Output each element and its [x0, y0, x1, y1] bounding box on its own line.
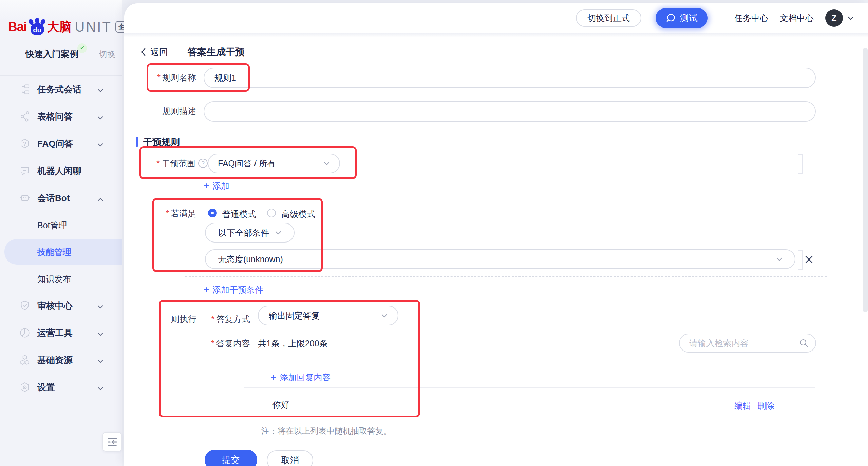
sidebar-item-knowledge-publish[interactable]: 知识发布 — [0, 265, 122, 292]
back-link[interactable]: 返回 — [141, 46, 168, 58]
chevron-down-icon — [381, 314, 388, 318]
advanced-mode-label[interactable]: 高级模式 — [281, 209, 315, 220]
sidebar-item-dialog-bot[interactable]: 会话Bot — [0, 184, 122, 212]
rule-name-label: * 规则名称 — [145, 68, 196, 87]
app-root: Bai du 大脑 UNIT 企业版 快速入门案例 切换 — [0, 0, 868, 466]
account-chevron-down-icon[interactable] — [848, 16, 854, 20]
sidebar-item-label: FAQ问答 — [37, 138, 73, 150]
add-condition-link[interactable]: + 添加干预条件 — [204, 284, 263, 295]
breadcrumb: 返回 答案生成干预 — [141, 45, 245, 59]
svg-text:?: ? — [23, 141, 26, 147]
collapse-sidebar-button[interactable] — [102, 432, 122, 452]
reply-count-text: 共1条，上限200条 — [258, 334, 328, 353]
combine-mode-select[interactable]: 以下全部条件 — [205, 223, 295, 243]
reply-table-divider — [244, 361, 815, 361]
sidebar-item-skill-management[interactable]: 技能管理 — [0, 238, 122, 265]
sidebar-item-operation-tools[interactable]: 运营工具 — [0, 319, 122, 346]
logo-brain-text: 大脑 — [47, 19, 72, 35]
agent-switch-link[interactable]: 切换 — [99, 49, 115, 60]
reply-search-input[interactable] — [679, 334, 816, 353]
cancel-button[interactable]: 取消 — [267, 450, 313, 466]
required-mark: * — [211, 314, 214, 324]
share-nodes-icon — [19, 111, 31, 122]
condition-value-select[interactable]: 无态度(unknown) — [205, 249, 795, 269]
reply-table-divider — [244, 387, 815, 388]
reply-mode-select[interactable]: 输出固定答复 — [258, 306, 398, 325]
chevron-down-icon — [324, 162, 330, 165]
sidebar-item-task-dialog[interactable]: 任务式会话 — [0, 76, 122, 103]
plus-icon: + — [271, 373, 276, 382]
chevron-down-icon — [98, 88, 103, 94]
plus-icon: + — [204, 285, 209, 294]
test-button[interactable]: 测试 — [656, 8, 708, 28]
scope-label: * 干预范围 ? — [138, 154, 208, 173]
chevron-down-icon — [98, 115, 103, 121]
main-panel: 切换到正式 测试 任务中心 文档中心 Z — [124, 3, 868, 466]
required-mark: * — [157, 73, 161, 83]
sidebar-item-basic-resources[interactable]: 基础资源 — [0, 346, 122, 374]
sidebar-item-chitchat[interactable]: 机器人闲聊 — [0, 157, 122, 184]
back-chevron-icon — [141, 48, 146, 56]
chevron-down-icon — [98, 386, 103, 392]
sidebar-item-label: 表格问答 — [37, 111, 73, 123]
chevron-down-icon — [776, 257, 782, 261]
sidebar-item-label: 知识发布 — [37, 273, 71, 284]
sidebar-item-label: 会话Bot — [37, 192, 70, 204]
condition-row-bracket — [798, 250, 803, 270]
sidebar-item-bot-management[interactable]: Bot管理 — [0, 212, 122, 238]
sidebar-item-table-qa[interactable]: 表格问答 — [0, 103, 122, 130]
chevron-down-icon — [275, 231, 281, 235]
baidu-unit-logo[interactable]: Bai du 大脑 UNIT 企业版 — [8, 18, 141, 36]
sidebar: Bai du 大脑 UNIT 企业版 快速入门案例 切换 — [0, 0, 122, 466]
baidu-paw-icon: du — [28, 18, 46, 36]
pie-chart-icon — [19, 327, 31, 339]
required-mark: * — [211, 339, 214, 348]
advanced-mode-radio[interactable] — [267, 209, 276, 217]
sidebar-item-label: 基础资源 — [37, 354, 73, 366]
logo-bai-text: Bai — [8, 20, 27, 34]
chat-bubble-icon — [19, 165, 31, 177]
task-center-link[interactable]: 任务中心 — [734, 13, 768, 24]
reply-mode-value: 输出固定答复 — [269, 310, 320, 321]
sidebar-item-label: 技能管理 — [37, 246, 71, 257]
normal-mode-radio[interactable] — [208, 209, 217, 217]
import-arrow-icon — [77, 43, 87, 53]
delete-reply-link[interactable]: 删除 — [757, 400, 774, 411]
rule-desc-input[interactable] — [204, 101, 816, 122]
agent-row: 快速入门案例 切换 — [0, 43, 122, 64]
help-circle-icon[interactable]: ? — [198, 159, 208, 168]
normal-mode-label[interactable]: 普通模式 — [222, 209, 256, 220]
plus-icon: + — [204, 181, 209, 191]
doc-center-link[interactable]: 文档中心 — [780, 13, 814, 24]
agent-name: 快速入门案例 — [25, 48, 78, 60]
top-header: 切换到正式 测试 任务中心 文档中心 Z — [124, 3, 868, 33]
reply-note: 注：将在以上列表中随机抽取答复。 — [261, 426, 392, 436]
sidebar-item-settings[interactable]: 设置 — [0, 374, 122, 401]
sidebar-item-label: 设置 — [37, 381, 55, 393]
scope-select[interactable]: FAQ问答 / 所有 — [208, 154, 340, 173]
shield-check-icon — [19, 300, 31, 311]
remove-condition-icon[interactable] — [805, 255, 813, 264]
user-avatar[interactable]: Z — [825, 9, 843, 27]
condition-label: * 若满足 — [165, 207, 196, 220]
chevron-down-icon — [98, 304, 103, 310]
switch-to-production-button[interactable]: 切换到正式 — [576, 9, 641, 27]
chat-test-icon — [666, 13, 676, 23]
add-scope-link[interactable]: + 添加 — [204, 180, 229, 192]
hexagon-question-icon: ? — [19, 138, 31, 149]
robot-icon — [19, 192, 31, 204]
sidebar-item-label: 机器人闲聊 — [37, 165, 81, 177]
rule-name-input[interactable] — [204, 68, 816, 88]
section-title: 干预规则 — [143, 136, 180, 148]
edit-reply-link[interactable]: 编辑 — [734, 400, 751, 411]
combine-mode-value: 以下全部条件 — [218, 227, 269, 238]
sidebar-item-faq-qa[interactable]: ? FAQ问答 — [0, 130, 122, 157]
chevron-down-icon — [98, 142, 103, 148]
header-divider — [721, 11, 721, 25]
submit-button[interactable]: 提交 — [205, 450, 257, 466]
sidebar-item-label: 运营工具 — [37, 327, 73, 339]
required-mark: * — [166, 209, 169, 218]
add-reply-link[interactable]: + 添加回复内容 — [271, 371, 331, 384]
sidebar-nav: 任务式会话 表格问答 ? FAQ问答 — [0, 76, 122, 401]
sidebar-item-review-center[interactable]: 审核中心 — [0, 292, 122, 319]
